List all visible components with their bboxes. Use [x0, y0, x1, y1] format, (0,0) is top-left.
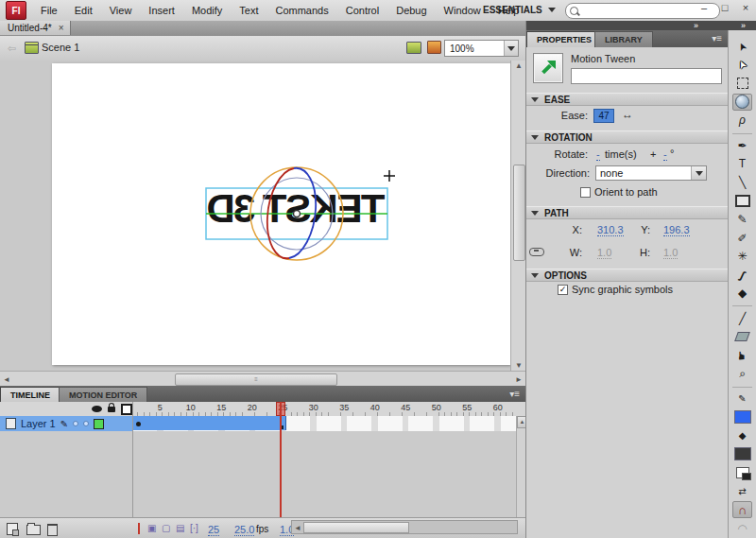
collapse-tools-button[interactable]: »: [741, 21, 745, 30]
black-white-colors-button[interactable]: [732, 464, 752, 482]
stage-zoom-select[interactable]: 100%: [444, 40, 519, 57]
tab-properties[interactable]: PROPERTIES: [526, 31, 602, 47]
free-transform-tool-icon[interactable]: [732, 75, 752, 93]
frame-number-20[interactable]: 20: [243, 403, 262, 412]
minimize-button[interactable]: –: [697, 2, 711, 13]
selection-tool-icon[interactable]: ➤: [732, 38, 752, 56]
timeline-horizontal-scrollbar[interactable]: ◄: [291, 520, 518, 534]
scroll-left-icon[interactable]: ◄: [3, 375, 10, 384]
tab-motion-editor[interactable]: MOTION EDITOR: [59, 387, 147, 403]
frame-rate-value[interactable]: 25.0: [234, 524, 254, 536]
tab-library[interactable]: LIBRARY: [594, 31, 653, 47]
deco-tool-icon[interactable]: ✳: [732, 248, 752, 266]
bone-tool-icon[interactable]: ∫: [732, 266, 752, 284]
timeline-empty-area[interactable]: [0, 431, 525, 517]
subselection-tool-icon[interactable]: ➤: [732, 57, 752, 75]
orient-to-path-checkbox[interactable]: [580, 187, 591, 198]
horizontal-scroll-thumb[interactable]: ≡: [175, 373, 337, 386]
delete-layer-button[interactable]: [47, 524, 58, 536]
frame-number-60[interactable]: 60: [489, 403, 507, 412]
menu-modify[interactable]: Modify: [183, 1, 231, 21]
hand-tool-icon[interactable]: ☛: [732, 347, 752, 365]
section-header-ease[interactable]: EASE: [526, 93, 728, 106]
timeline-scroll-thumb[interactable]: [303, 522, 409, 533]
stage-pasteboard[interactable]: TEKST 3D ▲ ▼: [0, 61, 525, 371]
snap-align-button[interactable]: ◠: [732, 519, 752, 537]
fill-color-bucket-icon[interactable]: ◆: [732, 427, 752, 445]
back-arrow-icon[interactable]: ⇦: [8, 43, 16, 55]
menu-view[interactable]: View: [101, 1, 141, 21]
collapse-panels-button[interactable]: »: [694, 21, 697, 30]
edit-multiple-frames-icon[interactable]: ▤: [176, 523, 184, 533]
outline-layers-icon[interactable]: [121, 404, 132, 415]
document-tab[interactable]: Untitled-4* ×: [0, 21, 71, 35]
zoom-tool-icon[interactable]: ⌕: [732, 365, 752, 383]
frame-number-45[interactable]: 45: [396, 403, 415, 412]
fill-color-swatch[interactable]: [732, 445, 752, 463]
flash-logo-icon[interactable]: Fl: [6, 1, 26, 20]
current-frame-value[interactable]: 25: [208, 524, 219, 536]
pen-tool-icon[interactable]: ✒: [732, 137, 752, 155]
3d-rotation-gizmo[interactable]: [52, 63, 510, 365]
frame-number-10[interactable]: 10: [181, 403, 200, 412]
stage-canvas[interactable]: TEKST 3D: [52, 63, 510, 365]
section-header-path[interactable]: PATH: [526, 206, 728, 219]
section-header-rotation[interactable]: ROTATION: [526, 130, 728, 144]
menu-control[interactable]: Control: [337, 1, 387, 21]
frame-number-30[interactable]: 30: [304, 403, 323, 412]
frame-number-35[interactable]: 35: [335, 403, 353, 412]
maximize-button[interactable]: □: [718, 2, 731, 13]
motion-tween-span[interactable]: [132, 416, 286, 430]
frame-number-15[interactable]: 15: [212, 403, 231, 412]
x-value[interactable]: 310.3: [597, 224, 624, 236]
vertical-scroll-thumb[interactable]: [513, 165, 525, 261]
link-dimensions-icon[interactable]: [529, 248, 544, 256]
text-tool-icon[interactable]: T: [732, 155, 752, 173]
scroll-right-icon[interactable]: ►: [515, 375, 523, 384]
pencil-tool-icon[interactable]: ✎: [732, 211, 752, 229]
search-input[interactable]: [578, 5, 696, 17]
onion-skin-outlines-icon[interactable]: ▢: [162, 523, 170, 533]
rotate-angle-value[interactable]: -: [663, 148, 667, 161]
layer-name[interactable]: Layer 1: [21, 418, 56, 429]
menu-text[interactable]: Text: [231, 1, 266, 21]
show-hide-layers-icon[interactable]: [92, 406, 102, 412]
snap-to-objects-button[interactable]: ∩: [732, 501, 752, 519]
section-header-options[interactable]: OPTIONS: [526, 269, 728, 282]
direction-dropdown[interactable]: none: [595, 165, 707, 181]
timeline-panel-menu-icon[interactable]: ▾≡: [509, 389, 520, 399]
center-frame-icon[interactable]: [138, 523, 140, 534]
layer-outline-color-swatch[interactable]: [94, 419, 104, 429]
onion-skin-icon[interactable]: ▣: [147, 523, 156, 533]
lasso-tool-icon[interactable]: ρ: [732, 112, 752, 130]
sync-graphic-symbols-checkbox[interactable]: ✓: [558, 285, 568, 295]
timeline-header[interactable]: 51015202530354045505560: [0, 402, 525, 417]
scroll-up-icon[interactable]: ▲: [515, 61, 523, 70]
frame-number-50[interactable]: 50: [427, 403, 446, 412]
rectangle-tool-icon[interactable]: [732, 192, 752, 210]
new-layer-button[interactable]: [7, 523, 18, 535]
line-tool-icon[interactable]: ╲: [732, 174, 752, 192]
menu-debug[interactable]: Debug: [387, 1, 435, 21]
stroke-color-swatch[interactable]: [732, 408, 752, 426]
stage-vertical-scrollbar[interactable]: ▲ ▼: [510, 61, 526, 371]
3d-rotation-tool-icon[interactable]: [732, 94, 752, 112]
timeline-layer-row[interactable]: Layer 1 ✎: [0, 416, 516, 431]
frame-number-40[interactable]: 40: [366, 403, 385, 412]
layer-frames-strip[interactable]: [132, 416, 516, 432]
edit-symbols-icon[interactable]: [427, 41, 441, 54]
zoom-dropdown-button[interactable]: [504, 41, 518, 56]
tween-name-input[interactable]: [571, 68, 722, 84]
workspace-switcher[interactable]: ESSENTIALS: [477, 2, 561, 18]
y-value[interactable]: 196.3: [663, 224, 690, 236]
stage-horizontal-scrollbar[interactable]: ◄ ≡ ►: [0, 371, 525, 387]
properties-panel-menu-icon[interactable]: ▾≡: [712, 33, 722, 43]
close-document-icon[interactable]: ×: [59, 23, 64, 33]
timeline-column-divider[interactable]: [132, 402, 133, 517]
eyedropper-tool-icon[interactable]: ╱: [732, 309, 752, 327]
dropdown-button[interactable]: [691, 166, 706, 180]
eraser-tool-icon[interactable]: [732, 328, 752, 346]
lock-layers-icon[interactable]: [108, 407, 115, 412]
swap-colors-button[interactable]: ⇄: [732, 482, 752, 500]
menu-file[interactable]: File: [32, 1, 66, 21]
